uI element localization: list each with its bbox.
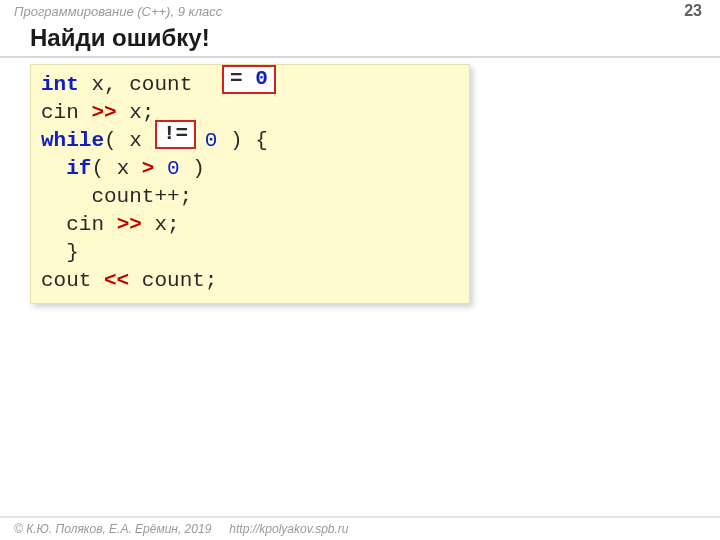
code-line-7: } — [41, 239, 459, 267]
op-extract: >> — [91, 101, 116, 124]
fix-zero: 0 — [255, 67, 268, 90]
code-l4-a: ( x — [91, 157, 141, 180]
fix-not-equal: != — [155, 120, 196, 149]
code-line-8: cout << count; — [41, 267, 459, 295]
op-insert: << — [104, 269, 129, 292]
page-number: 23 — [684, 2, 702, 20]
course-label: Программирование (C++), 9 класс — [14, 4, 222, 19]
code-line-2: cin >> x; — [41, 99, 459, 127]
num-zero-2: 0 — [167, 157, 180, 180]
copyright: © К.Ю. Поляков, Е.А. Ерёмин, 2019 — [14, 522, 211, 536]
code-l8-a: cout — [41, 269, 104, 292]
title-underline — [0, 56, 720, 58]
kw-if: if — [66, 157, 91, 180]
num-zero-1: 0 — [205, 129, 218, 152]
kw-while: while — [41, 129, 104, 152]
code-l4-b: ) — [180, 157, 205, 180]
code-l6-a: cin — [41, 213, 117, 236]
op-gt: > — [142, 157, 155, 180]
page-title: Найди ошибку! — [30, 24, 210, 52]
code-line-3: while( x 0 ) { — [41, 127, 459, 155]
code-block: int x, count ; cin >> x; while( x 0 ) { … — [30, 64, 470, 304]
code-l1-rest: x, count ; — [79, 73, 243, 96]
code-l6-b: x; — [142, 213, 180, 236]
code-line-6: cin >> x; — [41, 211, 459, 239]
code-l2-a: cin — [41, 101, 91, 124]
code-l2-b: x; — [117, 101, 155, 124]
code-l4-pad — [41, 157, 66, 180]
code-l8-b: count; — [129, 269, 217, 292]
footer-url: http://kpolyakov.spb.ru — [229, 522, 348, 536]
header-bar: Программирование (C++), 9 класс 23 — [0, 0, 720, 22]
code-l3-b: ) { — [217, 129, 267, 152]
fix-init-zero: = 0 — [222, 65, 276, 94]
op-extract-2: >> — [117, 213, 142, 236]
code-line-4: if( x > 0 ) — [41, 155, 459, 183]
code-line-5: count++; — [41, 183, 459, 211]
code-l4-sp — [154, 157, 167, 180]
kw-int: int — [41, 73, 79, 96]
footer-bar: © К.Ю. Поляков, Е.А. Ерёмин, 2019 http:/… — [0, 516, 720, 540]
fix-eq: = — [230, 67, 255, 90]
